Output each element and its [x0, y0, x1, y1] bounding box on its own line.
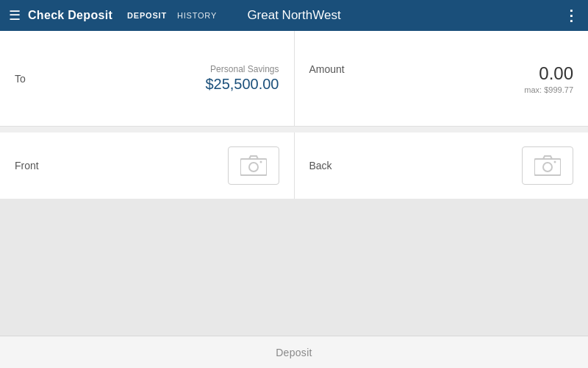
svg-point-2	[259, 161, 262, 163]
account-name: Personal Savings	[205, 64, 279, 74]
more-menu-icon[interactable]: ⋮	[564, 7, 579, 24]
menu-icon[interactable]: ☰	[9, 7, 21, 24]
app-title: Check Deposit	[28, 9, 112, 22]
front-camera-button[interactable]	[228, 146, 279, 185]
account-info: Personal Savings $25,500.00	[205, 64, 279, 93]
amount-section: Amount 0.00 max: $999.77	[309, 63, 574, 94]
to-label: To	[15, 73, 26, 85]
nav-links: DEPOSIT HISTORY	[127, 11, 217, 20]
back-camera-button[interactable]	[522, 146, 573, 185]
svg-point-1	[249, 163, 258, 171]
svg-point-4	[543, 163, 552, 171]
amount-panel[interactable]: Amount 0.00 max: $999.77	[295, 31, 589, 126]
bottom-bar: Deposit	[0, 336, 588, 368]
front-panel: Front	[0, 132, 295, 199]
back-label: Back	[309, 160, 332, 171]
amount-max: max: $999.77	[524, 85, 573, 94]
nav-deposit[interactable]: DEPOSIT	[127, 11, 167, 20]
front-camera-icon	[240, 155, 267, 176]
to-panel[interactable]: To Personal Savings $25,500.00	[0, 31, 295, 126]
back-panel: Back	[295, 132, 589, 199]
front-label: Front	[15, 160, 39, 171]
svg-rect-3	[534, 159, 561, 175]
photo-panel: Front Back	[0, 132, 588, 199]
amount-values: 0.00 max: $999.77	[524, 63, 573, 94]
amount-value: 0.00	[539, 63, 573, 84]
bank-name: Great NorthWest	[247, 8, 340, 23]
gray-area	[0, 199, 588, 336]
account-balance: $25,500.00	[205, 76, 279, 93]
top-panel: To Personal Savings $25,500.00 Amount 0.…	[0, 31, 588, 127]
svg-point-5	[554, 161, 556, 163]
nav-history[interactable]: HISTORY	[177, 11, 217, 20]
content-area: To Personal Savings $25,500.00 Amount 0.…	[0, 31, 588, 368]
to-section: To Personal Savings $25,500.00	[15, 64, 279, 93]
back-camera-icon	[534, 155, 561, 176]
header-left: ☰ Check Deposit DEPOSIT HISTORY	[9, 7, 217, 24]
dots-icon: ⋮	[564, 7, 579, 24]
amount-label: Amount	[309, 63, 345, 75]
deposit-button[interactable]: Deposit	[0, 336, 588, 368]
svg-rect-0	[240, 159, 267, 175]
app-header: ☰ Check Deposit DEPOSIT HISTORY Great No…	[0, 0, 588, 31]
